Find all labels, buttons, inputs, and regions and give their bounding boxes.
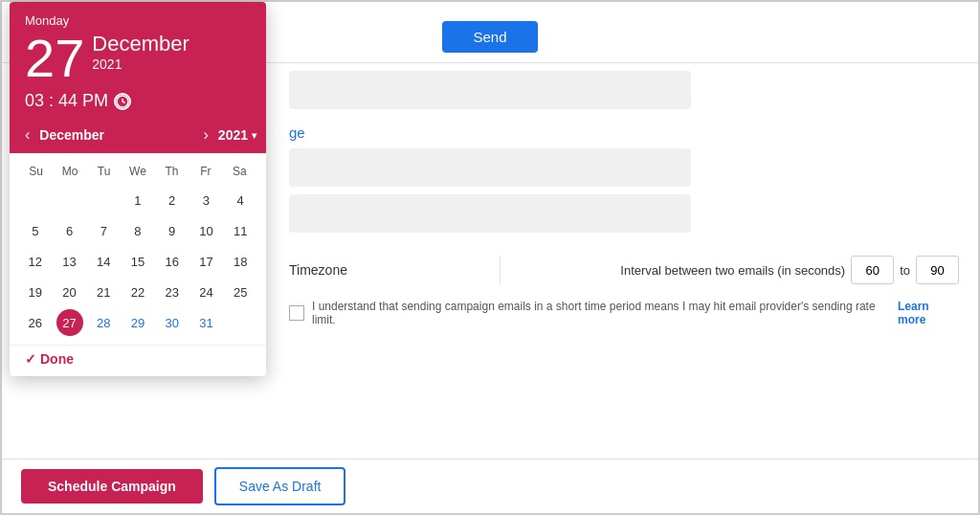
calendar-date-row: 27 December 2021 — [25, 32, 251, 85]
year-dropdown-arrow: ▾ — [252, 130, 256, 141]
weekday-sa: Sa — [223, 161, 256, 182]
send-button[interactable]: Send — [442, 21, 537, 53]
calendar-date-number: 27 — [25, 32, 84, 85]
calendar-day[interactable]: 1 — [124, 187, 151, 213]
calendar-day[interactable]: 2 — [159, 187, 186, 213]
weekday-th: Th — [155, 161, 189, 182]
calendar-day[interactable]: 29 — [124, 309, 151, 336]
calendar-nav: ‹ December › 2021 ▾ — [10, 121, 266, 153]
calendar-day[interactable]: 11 — [227, 217, 254, 244]
calendar-day[interactable]: 15 — [124, 248, 151, 275]
calendar-day[interactable]: 23 — [159, 279, 186, 305]
learn-more-link[interactable]: Learn more — [898, 300, 959, 326]
clock-icon — [114, 93, 131, 110]
calendar-day[interactable]: 28 — [90, 309, 117, 336]
calendar-done-row: ✓ Done — [10, 345, 266, 376]
interval-label: Interval between two emails (in seconds) — [620, 263, 845, 278]
calendar-day[interactable]: 5 — [22, 217, 49, 244]
next-month-button[interactable]: › — [198, 124, 214, 146]
calendar-day[interactable]: 14 — [90, 248, 117, 275]
calendar-day[interactable]: 22 — [124, 279, 151, 305]
calendar-day[interactable]: 12 — [22, 248, 49, 275]
calendar-day[interactable]: 19 — [22, 279, 49, 305]
calendar-day[interactable]: 30 — [159, 309, 186, 336]
weekday-fr: Fr — [189, 161, 222, 182]
calendar-day[interactable]: 18 — [227, 248, 254, 275]
check-icon: ✓ — [25, 351, 36, 367]
calendar-day[interactable]: 10 — [192, 217, 219, 244]
weekday-su: Su — [19, 161, 53, 182]
calendar-year-text: 2021 — [92, 56, 189, 72]
calendar-day[interactable]: 4 — [227, 187, 254, 213]
gray-row-1 — [289, 71, 691, 109]
save-as-draft-button[interactable]: Save As Draft — [214, 467, 346, 505]
nav-year-label: 2021 ▾ — [218, 127, 256, 143]
calendar-days-grid: 1234567891011121314151617181920212223242… — [19, 186, 256, 337]
calendar-day[interactable]: 8 — [124, 217, 151, 244]
disclaimer-text: I understand that sending campaign email… — [312, 300, 890, 326]
calendar-day[interactable]: 24 — [192, 279, 219, 305]
datepicker-overlay: Monday 27 December 2021 03 : 44 PM — [10, 2, 266, 376]
calendar-day — [22, 187, 49, 213]
calendar-day[interactable]: 27 — [56, 309, 83, 336]
calendar-day[interactable]: 6 — [56, 217, 83, 244]
to-label: to — [900, 263, 910, 278]
calendar-day — [90, 187, 117, 213]
calendar-day[interactable]: 21 — [90, 279, 117, 305]
weekday-tu: Tu — [87, 161, 121, 182]
weekday-mo: Mo — [53, 161, 86, 182]
weekday-headers: Su Mo Tu We Th Fr Sa — [19, 161, 256, 182]
calendar-day[interactable]: 20 — [56, 279, 83, 305]
divider — [500, 256, 501, 284]
calendar-day[interactable]: 17 — [192, 248, 219, 275]
interval-to-input[interactable] — [916, 256, 959, 284]
weekday-we: We — [121, 161, 154, 182]
timezone-label: Timezone — [289, 262, 480, 278]
prev-month-button[interactable]: ‹ — [19, 124, 35, 146]
calendar-day[interactable]: 16 — [159, 248, 186, 275]
calendar-day[interactable]: 25 — [227, 279, 254, 305]
calendar-day[interactable]: 31 — [192, 309, 219, 336]
calendar-day[interactable]: 7 — [90, 217, 117, 244]
nav-month-label: December — [39, 127, 193, 143]
gray-row-2 — [289, 148, 691, 187]
svg-line-2 — [122, 101, 125, 103]
calendar-header: Monday 27 December 2021 03 : 44 PM — [10, 2, 266, 121]
calendar-day — [56, 187, 83, 213]
calendar-grid: Su Mo Tu We Th Fr Sa 1234567891011121314… — [10, 153, 266, 345]
gray-row-3 — [289, 194, 691, 233]
calendar-done-button[interactable]: ✓ Done — [25, 351, 74, 367]
timezone-interval-row: Timezone Interval between two emails (in… — [270, 240, 978, 292]
calendar-day[interactable]: 26 — [22, 309, 49, 336]
bottom-buttons: Schedule Campaign Save As Draft — [2, 459, 978, 513]
calendar-month-year: December 2021 — [92, 32, 189, 76]
calendar-day[interactable]: 3 — [192, 187, 219, 213]
calendar-month-text: December — [92, 32, 189, 56]
calendar-day[interactable]: 9 — [159, 217, 186, 244]
disclaimer-checkbox[interactable] — [289, 305, 304, 321]
disclaimer-row: I understand that sending campaign email… — [270, 292, 978, 334]
interval-section: Interval between two emails (in seconds)… — [620, 256, 959, 284]
page-container: Send ge Timezone Interval between two em… — [0, 0, 980, 515]
calendar-day[interactable]: 13 — [56, 248, 83, 275]
interval-from-input[interactable] — [851, 256, 894, 284]
calendar-time-row: 03 : 44 PM — [25, 91, 251, 111]
calendar-day-name: Monday — [25, 13, 251, 28]
calendar-time: 03 : 44 PM — [25, 91, 108, 111]
schedule-campaign-button[interactable]: Schedule Campaign — [21, 469, 203, 504]
